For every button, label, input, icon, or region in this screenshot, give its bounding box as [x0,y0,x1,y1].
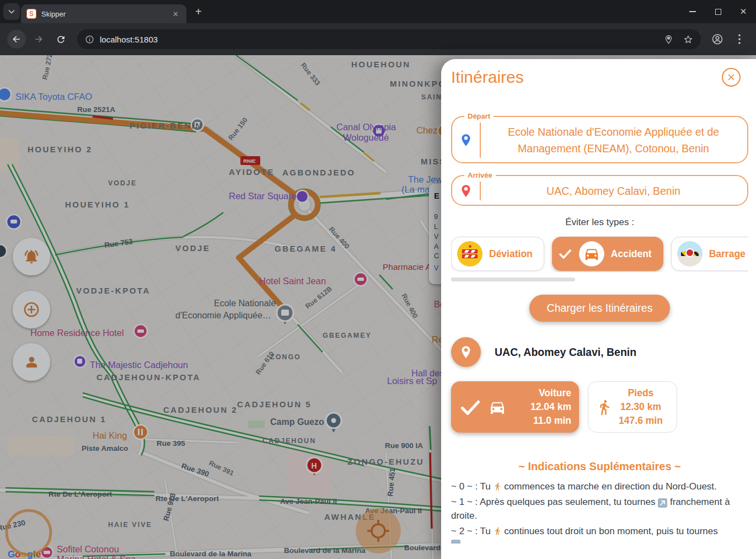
mode-duration: 147.6 min [613,414,669,428]
chevron-down-icon [8,9,15,14]
check-icon [459,396,482,419]
panel-close-button[interactable] [722,68,741,87]
map-label: AYIDOTE [229,167,275,177]
kebab-menu-icon [738,34,741,44]
avoid-chips-row: Déviation Accident Barrage [451,236,748,272]
map-label: d'Economie Appliquée… [175,311,271,320]
skipper-favicon-icon: S [26,9,36,19]
map-fab-stack[interactable] [13,238,50,381]
map-label: AGBONDJEDO [282,168,356,177]
directions-title: ~ Indications Suplémentaires ~ [451,460,748,473]
window-maximize-button[interactable] [705,0,731,23]
locate-fab[interactable] [356,508,401,553]
sika-poi-icon[interactable] [0,88,11,101]
url-bar[interactable]: localhost:51803 [77,29,701,49]
profile-button[interactable] [708,30,727,49]
window-controls: ✕ [680,0,756,23]
map-label: HOUEYIHO 2 [28,145,93,154]
svg-text:V: V [434,233,439,241]
tab-close-icon[interactable]: ✕ [170,9,181,19]
browser-menu-button[interactable] [730,30,749,49]
tab-search-button[interactable] [3,3,20,20]
arrivee-pin-icon [459,184,473,198]
depart-value[interactable]: Ecole Nationale d'Economie Appliquée et … [486,121,741,159]
svg-text:RNIE: RNIE [243,158,256,164]
map-label: CADJEHOUN [262,437,316,445]
step-2: ~ 2 ~ : Tu continues tout droit un bon m… [451,524,748,539]
roadblock-icon [677,241,703,267]
terrain-patch [8,436,74,455]
back-arrow-icon [11,34,22,45]
map-label: Hotel Saint Jean [259,276,326,286]
mode-label: Voiture [511,386,571,400]
map-label: Canal Olympia [336,122,396,132]
svg-text:V: V [434,264,439,272]
svg-text:C: C [434,252,439,260]
map-label: Wologuèdè [343,132,389,142]
destination-row: UAC, Abomey Calavi, Benin [451,337,748,367]
poi-icon[interactable] [0,244,7,258]
step-1: ~ 1 ~ : Après quelques pas seulement, tu… [451,495,748,523]
chips-scrollbar[interactable] [451,278,575,281]
svg-text:9: 9 [434,213,438,221]
window-minimize-button[interactable] [680,0,705,23]
map-label: The Majestic Cadjehoun [90,360,188,370]
map-label: HOUEHOUN [351,60,411,69]
map-label: VODJE [175,243,210,253]
destination-pin-avatar [451,337,481,367]
bookmark-star-icon[interactable] [683,34,693,44]
redstar-poi-icon[interactable] [296,190,308,203]
map-label: HAIE VIVE [108,521,152,529]
chip-accident[interactable]: Accident [552,237,663,271]
pedestrian-icon [494,527,502,535]
chip-barrage[interactable]: Barrage [671,237,748,271]
crashed-car-icon [579,241,604,267]
map-label: Home Residence Hotel [30,328,124,338]
route-shield: RNIE [240,156,260,165]
back-button[interactable] [7,30,26,49]
destination-text: UAC, Abomey Calavi, Benin [495,346,636,359]
chip-deviation[interactable]: Déviation [451,237,544,271]
park-patch [248,420,265,428]
map-label: CADJEHOUN-KPOTA [96,372,201,382]
load-itineraries-button[interactable]: Charger les Itinéraires [529,295,671,322]
walk-icon [596,399,613,416]
close-icon [727,73,736,82]
mode-cards-row: Voiture 12.04 km 11.0 min Pieds 12.30 km… [451,381,748,433]
check-icon [558,247,572,261]
field-divider [480,182,481,200]
field-divider [480,123,481,158]
directions-steps: ~ 0 ~ : Tu commences ta marche en direct… [451,480,748,544]
pedestrian-icon [494,482,502,491]
map-label: PIGIER-BENIN [130,121,203,130]
arrivee-field[interactable]: Arrivée UAC, Abomey Calavi, Benin [451,171,748,206]
arrivee-value[interactable]: UAC, Abomey Calavi, Benin [486,180,741,201]
reload-button[interactable] [51,30,70,49]
map-label: VODJE-KPOTA [76,286,151,295]
page-content: RNIE H SIKA To [0,55,756,559]
window-close-button[interactable]: ✕ [731,0,756,23]
map-label: Loisirs et Sp [387,376,437,386]
tab-skipper[interactable]: S Skipper ✕ [21,4,186,23]
mode-card-voiture[interactable]: Voiture 12.04 km 11.0 min [451,381,579,433]
pin-icon [459,345,473,359]
forward-button[interactable] [29,30,48,49]
map-label: Rue 900 IA [385,441,423,450]
svg-text:L: L [434,223,438,231]
restaurant-poi-icon[interactable] [133,425,148,439]
depart-field[interactable]: Départ Ecole Nationale d'Economie Appliq… [451,112,748,163]
geolocation-pin-icon[interactable] [664,35,673,44]
site-info-icon[interactable] [85,35,94,44]
map-label: Pharmacie Ac [383,262,436,271]
map-label: GBEGAME 4 [275,244,337,253]
map-label: Rte De L'Aeroport [156,494,219,503]
reload-icon [56,34,66,45]
avoid-types-title: Éviter les types : [451,217,748,228]
chip-label: Déviation [489,248,533,260]
arrivee-label: Arrivée [464,171,496,179]
panel-title: Itinéraires [451,68,524,87]
new-tab-button[interactable]: + [195,6,202,17]
mode-card-pieds[interactable]: Pieds 12.30 km 147.6 min [588,381,677,433]
map-label-sika: SIKA Toyota CFAO [15,92,92,102]
depart-label: Départ [464,112,494,120]
